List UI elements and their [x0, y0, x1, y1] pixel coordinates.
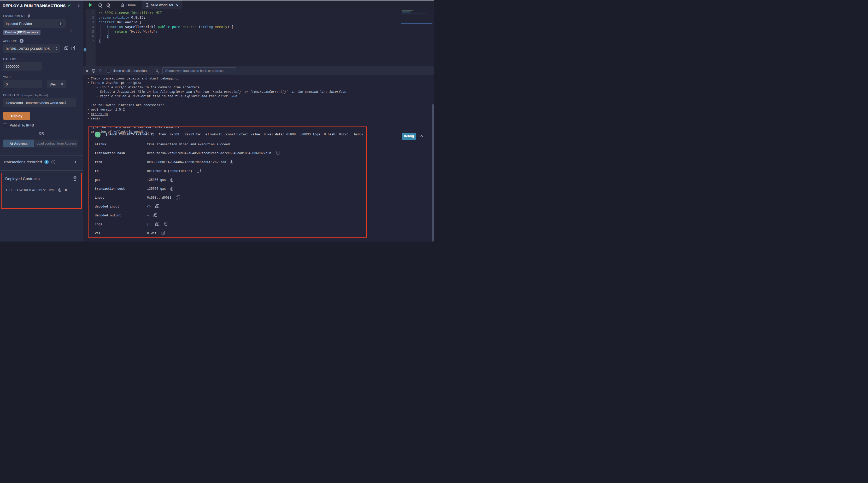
- debug-button[interactable]: Debug: [402, 133, 416, 140]
- copy-icon[interactable]: [154, 222, 159, 227]
- collapse-panel-chevron-icon[interactable]: [77, 4, 80, 7]
- environment-label: ENVIRONMENT: [3, 14, 80, 18]
- copy-icon[interactable]: [154, 204, 159, 209]
- tx-detail-label: input: [89, 196, 147, 200]
- minimap-line: [402, 17, 402, 17]
- close-tab-icon[interactable]: ×: [176, 3, 179, 7]
- line-number: 1: [86, 11, 94, 16]
- minimap-line: [402, 16, 404, 16]
- line-number: 6: [86, 34, 94, 39]
- code-line: 4 function sayHelloWorld() public pure r…: [86, 25, 400, 30]
- listen-transactions-checkbox[interactable]: [106, 69, 111, 73]
- expand-contract-chevron-icon[interactable]: [5, 189, 7, 191]
- environment-info-icon[interactable]: i: [70, 29, 71, 33]
- tx-detail-value: 0x608...d0033: [147, 196, 172, 200]
- console-line: - Select a Javascript file in the file e…: [87, 90, 434, 95]
- clear-deployed-contracts-trash-icon[interactable]: [72, 176, 78, 181]
- minimap-line: [402, 15, 413, 15]
- value-input[interactable]: 0: [3, 80, 42, 88]
- tx-detail-value: 135055 gas: [147, 187, 166, 191]
- clear-console-ban-icon[interactable]: [92, 69, 95, 73]
- environment-select[interactable]: Injected Provider: [3, 19, 66, 28]
- tx-detail-label: decoded input: [89, 205, 147, 208]
- copy-contract-address-icon[interactable]: [57, 188, 62, 193]
- home-tab-label: Home: [126, 3, 136, 7]
- panel-title: DEPLOY & RUN TRANSACTIONS: [3, 3, 66, 8]
- divider: [0, 170, 83, 171]
- zoom-in-icon[interactable]: +: [106, 3, 110, 7]
- tx-detail-row: logs[]: [89, 220, 366, 229]
- value-unit-select[interactable]: Wei: [47, 80, 66, 88]
- contract-select[interactable]: HelloWorld - contracts/hello world.sol: [3, 98, 76, 107]
- load-contract-address-input[interactable]: [34, 140, 78, 147]
- minimap-line: [402, 12, 410, 13]
- collapse-receipt-chevron-up-icon[interactable]: [420, 135, 423, 138]
- tx-details-table: statustrue Transaction mined and executi…: [89, 140, 366, 238]
- value-label: VALUE: [3, 75, 80, 78]
- select-arrows-icon: [55, 47, 57, 50]
- copy-icon[interactable]: [162, 222, 167, 227]
- console-blank-line: [87, 99, 434, 104]
- tx-detail-label: status: [89, 143, 147, 146]
- transactions-info-icon[interactable]: i: [51, 160, 55, 164]
- console-scrollbar[interactable]: [432, 104, 434, 242]
- remove-contract-icon[interactable]: ×: [65, 188, 67, 192]
- bullet: •: [87, 112, 91, 116]
- console-text: Execute JavaScript scripts:: [91, 81, 142, 85]
- line-number: 5: [86, 30, 94, 34]
- tab-hello-world-sol[interactable]: hello world.sol ×: [142, 1, 182, 9]
- console-line: - Right click on a JavaScript file in th…: [87, 95, 434, 99]
- copy-icon[interactable]: [152, 213, 157, 218]
- console-link[interactable]: ethers.js: [91, 112, 108, 116]
- add-account-icon[interactable]: +: [20, 39, 24, 43]
- run-script-play-icon[interactable]: [89, 3, 92, 7]
- breakpoint-dot[interactable]: [84, 48, 87, 52]
- pending-tx-count: 0: [99, 69, 101, 73]
- console-output: •Check transactions details and start de…: [83, 75, 434, 135]
- panel-header: DEPLOY & RUN TRANSACTIONS ✔: [3, 1, 80, 10]
- code-line: 7$: [86, 39, 400, 44]
- copy-icon[interactable]: [229, 160, 234, 165]
- copy-icon[interactable]: [195, 169, 200, 174]
- minimap-current-line: [401, 23, 432, 24]
- contract-label: CONTRACT (Compiled by Remix): [3, 93, 80, 97]
- copy-icon[interactable]: [175, 195, 180, 200]
- copy-icon[interactable]: [169, 177, 174, 183]
- account-label: ACCOUNT +: [3, 39, 80, 43]
- tx-detail-label: transaction hash: [89, 151, 147, 155]
- network-badge: Custom (43113) network: [3, 30, 40, 35]
- expand-terminal-double-chevron-icon[interactable]: [86, 70, 88, 72]
- copy-account-icon[interactable]: [63, 46, 68, 51]
- zoom-out-icon[interactable]: –: [98, 3, 102, 7]
- tx-detail-value: 0xce3fe73a72af027ed842a64d509fbcd12eec0d…: [147, 151, 271, 155]
- code-lines: 1// SPDX-License-Identifier: MIT2pragma …: [86, 11, 400, 44]
- editor-minimap[interactable]: [402, 10, 431, 29]
- minimap-line: [402, 13, 426, 14]
- copy-icon[interactable]: [274, 151, 279, 156]
- console-link[interactable]: web3 version 1.5.2: [91, 108, 125, 112]
- deploy-button[interactable]: Deploy: [3, 112, 30, 120]
- account-value: 0xBB9...29733 (23.6651825: [6, 47, 50, 51]
- transaction-search-input[interactable]: [162, 67, 236, 74]
- transactions-expand-chevron-icon[interactable]: [74, 161, 76, 163]
- main-area: – + Home hello world.sol × 1// SPDX-Lice…: [83, 1, 434, 242]
- plug-icon: [27, 14, 31, 18]
- divider: [5, 197, 78, 197]
- value-unit: Wei: [50, 82, 56, 86]
- tx-detail-label: decoded output: [89, 214, 147, 218]
- copy-icon[interactable]: [169, 186, 174, 192]
- publish-ipfs-checkbox[interactable]: [3, 123, 7, 127]
- terminal-console[interactable]: •Check transactions details and start de…: [83, 75, 434, 242]
- edit-account-icon[interactable]: [70, 46, 76, 51]
- tab-home[interactable]: Home: [117, 1, 140, 9]
- account-select[interactable]: 0xBB9...29733 (23.6651825: [3, 45, 60, 53]
- copy-icon[interactable]: [160, 231, 165, 236]
- deployed-contract-item[interactable]: HELLOWORLD AT 0X972...12851 (B ×: [5, 188, 78, 193]
- line-number: 3: [86, 20, 94, 25]
- code-editor[interactable]: 1// SPDX-License-Identifier: MIT2pragma …: [83, 9, 434, 66]
- at-address-button[interactable]: At Address: [3, 140, 34, 147]
- solidity-file-icon: [146, 3, 149, 7]
- listen-transactions-label: listen on all transactions: [113, 69, 148, 73]
- tx-summary-line[interactable]: [block:23082875 txIndex:2] from: 0xBB9..…: [106, 132, 364, 136]
- gas-limit-input[interactable]: 3000000: [3, 62, 42, 70]
